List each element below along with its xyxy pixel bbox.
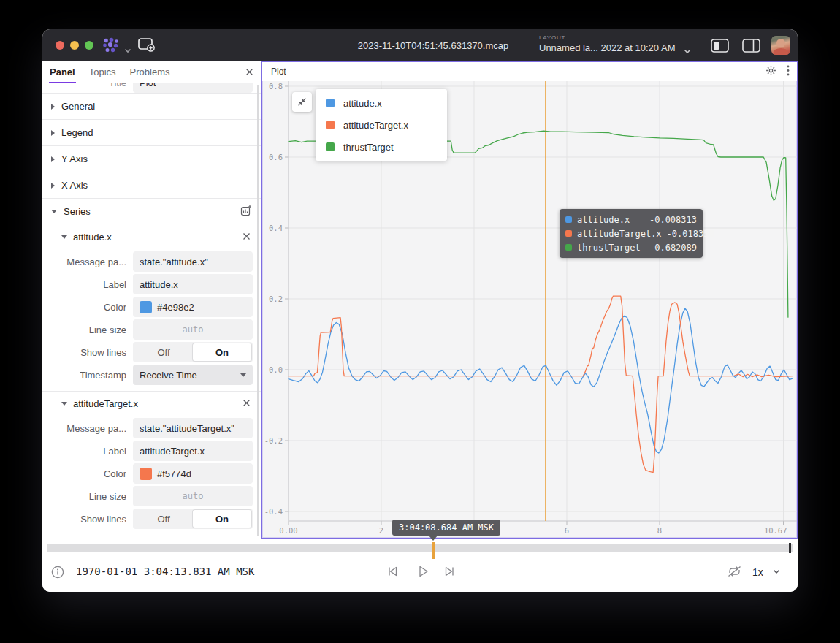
- user-avatar[interactable]: [771, 36, 790, 55]
- plot-legend-overlay: attitude.x attitudeTarget.x thrustTarget: [316, 89, 447, 161]
- foxglove-logo-icon[interactable]: [101, 37, 121, 56]
- section-general[interactable]: General: [42, 93, 261, 119]
- legend-item[interactable]: attitude.x: [316, 92, 447, 114]
- tooltip-value: 0.682089: [654, 243, 697, 253]
- series-color-swatch: [326, 121, 335, 129]
- show-lines-off-button[interactable]: Off: [134, 343, 193, 361]
- tooltip-row: attitudeTarget.x -0.018358: [565, 227, 697, 240]
- info-icon[interactable]: [51, 566, 64, 579]
- message-path-input[interactable]: state."attitudeTarget.x": [133, 418, 253, 438]
- color-input[interactable]: #f5774d: [133, 463, 253, 484]
- playback-speed[interactable]: 1x: [752, 566, 763, 578]
- series-color-swatch: [326, 99, 335, 107]
- message-path-input[interactable]: state."attitude.x": [133, 251, 253, 272]
- layout-menu-button[interactable]: Unnamed la... 2022 at 10:20 AM: [539, 42, 675, 53]
- panel-settings-gear-icon[interactable]: [765, 65, 776, 79]
- label-input[interactable]: attitudeTarget.x: [133, 441, 253, 461]
- caret-right-icon: [51, 183, 55, 189]
- color-swatch[interactable]: [140, 301, 152, 313]
- line-size-row: Line size auto: [42, 319, 253, 340]
- message-path-row: Message pa... state."attitude.x": [42, 251, 253, 272]
- svg-text:0.8: 0.8: [269, 82, 283, 91]
- color-row: Color #f5774d: [42, 463, 253, 484]
- color-row: Color #4e98e2: [42, 297, 253, 317]
- scrubber-hover-time-tooltip: 3:04:08.684 AM MSK: [392, 520, 500, 536]
- series-editor-attitude-x-header[interactable]: attitude.x: [42, 224, 261, 249]
- svg-text:-0.2: -0.2: [264, 436, 283, 445]
- playback-bar: 1970-01-01 3:04:13.831 AM MSK 1x: [42, 539, 798, 592]
- section-legend[interactable]: Legend: [42, 119, 261, 145]
- show-lines-toggle: Off On: [133, 342, 253, 362]
- data-source-chevron-down-icon[interactable]: [124, 43, 131, 56]
- panel-menu-kebab-icon[interactable]: [787, 65, 790, 79]
- tooltip-value: -0.018358: [667, 229, 714, 239]
- remove-series-icon[interactable]: [243, 232, 251, 243]
- plot-panel-header[interactable]: Plot: [262, 62, 797, 81]
- svg-text:2: 2: [379, 526, 383, 535]
- color-swatch[interactable]: [140, 468, 152, 480]
- show-lines-row: Show lines Off On: [42, 342, 253, 362]
- timestamp-select[interactable]: Receive Time: [133, 365, 253, 385]
- main-content: Panel Topics Problems Title Plot General: [42, 61, 798, 539]
- svg-text:0.6: 0.6: [269, 153, 283, 161]
- show-lines-on-button[interactable]: On: [193, 510, 251, 528]
- svg-text:0.0: 0.0: [269, 365, 283, 374]
- caret-down-icon: [51, 210, 57, 213]
- add-panel-icon[interactable]: [137, 37, 156, 56]
- add-series-icon[interactable]: [240, 205, 252, 218]
- minimize-window-button[interactable]: [70, 41, 79, 50]
- timeline-scrubber[interactable]: [47, 544, 793, 552]
- legend-item[interactable]: thrustTarget: [316, 136, 447, 158]
- title-field-input[interactable]: Plot: [133, 83, 253, 93]
- tab-panel[interactable]: Panel: [50, 61, 75, 83]
- svg-text:0.00: 0.00: [279, 526, 297, 535]
- plot-content: 0.80.60.40.20.0-0.2-0.40.00246810.67 att…: [262, 81, 797, 538]
- loop-disabled-icon[interactable]: [727, 565, 742, 578]
- line-size-row: Line size auto: [42, 486, 253, 506]
- caret-down-icon: [61, 235, 67, 239]
- tooltip-row: thrustTarget 0.682089: [565, 240, 697, 254]
- sidebar-close-icon[interactable]: [245, 61, 253, 83]
- remove-series-icon[interactable]: [243, 398, 251, 409]
- caret-right-icon: [51, 156, 55, 162]
- svg-text:8: 8: [657, 526, 662, 535]
- label-input[interactable]: attitude.x: [133, 274, 253, 294]
- tab-problems[interactable]: Problems: [130, 61, 170, 83]
- series-color-swatch: [565, 216, 572, 223]
- speed-chevron-down-icon[interactable]: [773, 569, 780, 574]
- section-y-axis[interactable]: Y Axis: [42, 145, 261, 172]
- svg-text:6: 6: [565, 526, 569, 535]
- layout-chevron-down-icon[interactable]: [684, 44, 691, 57]
- right-sidebar-toggle-icon[interactable]: [742, 39, 760, 56]
- line-size-input[interactable]: auto: [133, 319, 253, 340]
- series-editor-attitude-target-x-header[interactable]: attitudeTarget.x: [42, 391, 261, 416]
- series-color-swatch: [326, 142, 335, 151]
- timestamp-row: Timestamp Receive Time: [42, 365, 253, 385]
- playback-timestamp[interactable]: 1970-01-01 3:04:13.831 AM MSK: [76, 566, 254, 577]
- svg-text:-0.4: -0.4: [264, 507, 283, 516]
- left-sidebar-toggle-icon[interactable]: [711, 39, 729, 56]
- maximize-window-button[interactable]: [85, 41, 93, 50]
- line-size-input[interactable]: auto: [133, 486, 253, 506]
- plot-hover-tooltip: attitude.x -0.008313 attitudeTarget.x -0…: [560, 209, 703, 258]
- tab-topics[interactable]: Topics: [89, 61, 116, 83]
- seek-backward-button[interactable]: [386, 565, 400, 578]
- seek-forward-button[interactable]: [443, 565, 456, 578]
- color-input[interactable]: #4e98e2: [133, 297, 253, 317]
- series-color-swatch: [565, 244, 572, 251]
- show-lines-row: Show lines Off On: [42, 509, 253, 529]
- plot-panel: Plot 0.80.60.40.20.0-0.2-0.40.00246810.6…: [261, 61, 798, 539]
- section-x-axis[interactable]: X Axis: [42, 172, 261, 198]
- play-button[interactable]: [416, 564, 430, 579]
- show-lines-on-button[interactable]: On: [193, 343, 251, 361]
- show-lines-off-button[interactable]: Off: [134, 510, 193, 528]
- legend-item[interactable]: attitudeTarget.x: [316, 114, 447, 136]
- legend-collapse-button[interactable]: [292, 92, 312, 112]
- svg-text:0.2: 0.2: [269, 294, 283, 303]
- caret-down-icon: [61, 402, 67, 406]
- close-window-button[interactable]: [56, 41, 64, 50]
- label-row: Label attitudeTarget.x: [42, 441, 253, 461]
- sidebar-scrollbar[interactable]: [257, 85, 259, 536]
- window-title: 2023-11-10T04:51:45.631370.mcap: [358, 40, 508, 51]
- section-series[interactable]: Series: [42, 198, 261, 224]
